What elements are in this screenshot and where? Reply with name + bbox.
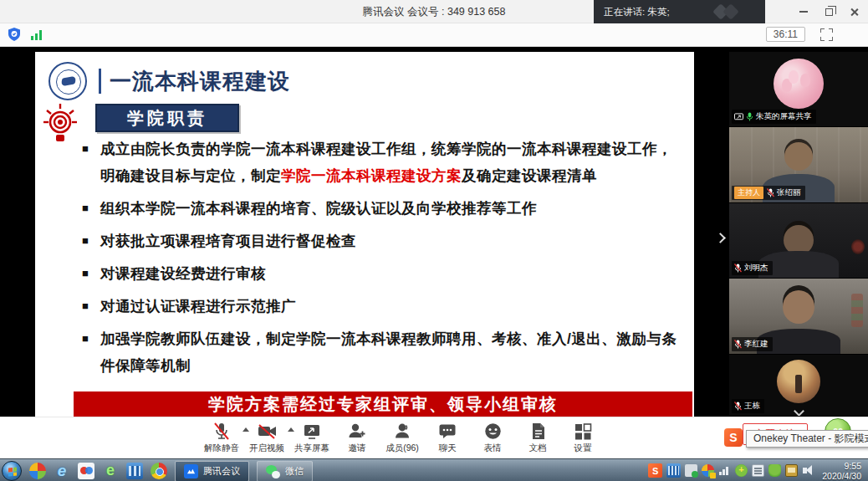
network-signal-icon[interactable] [30, 28, 43, 41]
fullscreen-icon[interactable] [820, 28, 833, 41]
start-video-button[interactable]: 开启视频 [244, 421, 289, 454]
reactions-button[interactable]: 表情 [470, 421, 515, 454]
tray-network-icon[interactable] [718, 464, 731, 477]
host-badge: 主持人 [734, 187, 763, 199]
mic-muted-icon [734, 264, 742, 273]
restore-button[interactable] [819, 3, 838, 20]
clock-date: 2020/4/30 [822, 471, 861, 481]
avatar [777, 360, 820, 403]
tray-pinwheel-icon[interactable] [702, 464, 714, 477]
now-speaking-text: 正在讲话: 朱英; [604, 6, 670, 18]
circles-app-icon[interactable] [78, 463, 94, 479]
invite-button[interactable]: 邀请 [334, 421, 380, 454]
section-badge: 学院职责 [95, 104, 239, 132]
slide-title: 一流本科课程建设 [110, 67, 290, 96]
sidebar-scroll-chevron-icon[interactable] [794, 407, 804, 414]
mic-muted-icon [212, 422, 232, 441]
video-tile-screenshare[interactable]: 朱英的屏幕共享 [729, 52, 868, 127]
tray-volume-icon[interactable] [802, 464, 814, 477]
minimize-button[interactable] [794, 3, 813, 20]
apps-grid-icon [574, 422, 592, 441]
taskbar-app-tencent-meeting[interactable]: 腾讯会议 [175, 461, 249, 481]
slide-bottom-banner: 学院方案需经过专家组评审、领导小组审核 [74, 391, 692, 417]
bullet-list: ■ 成立由院长负责的学院一流本科课程建设工作组，统筹学院的一流本科课程建设工作，… [82, 136, 681, 385]
participant-name-tag: 李红建 [732, 337, 773, 351]
security-shield-icon[interactable] [7, 27, 22, 42]
university-logo [49, 62, 87, 100]
close-button[interactable] [845, 3, 863, 20]
participant-video [783, 290, 814, 324]
video-tile[interactable]: 李红建 [729, 279, 868, 355]
mic-muted-icon [767, 188, 774, 197]
clock-time: 9:55 [822, 461, 861, 471]
share-screen-button[interactable]: 共享屏幕 [289, 421, 334, 454]
audio-wave-icon [713, 4, 742, 19]
tray-onekey-icon[interactable]: S [648, 463, 662, 478]
invite-person-icon [347, 422, 367, 441]
participant-name-tag: 刘明杰 [732, 261, 773, 275]
now-speaking-banner: 正在讲话: 朱英; [594, 0, 765, 23]
video-tile[interactable]: 刘明杰 [729, 203, 868, 279]
members-button[interactable]: 成员(96) [380, 421, 425, 454]
mic-muted-icon [734, 402, 742, 411]
screen-share-icon [734, 113, 743, 121]
settings-button[interactable]: 设置 [560, 421, 605, 454]
sidebar-collapse-chevron-icon[interactable] [715, 233, 725, 243]
tray-notes-icon[interactable] [752, 464, 764, 477]
video-tile[interactable]: 主持人 张绍丽 [729, 127, 868, 203]
bullet-item: ■ 对课程建设经费进行审核 [82, 260, 681, 287]
taskbar-clock[interactable]: 9:55 2020/4/30 [819, 461, 866, 481]
unmute-button[interactable]: 解除静音 [199, 421, 244, 454]
slide-header: 一流本科课程建设 [49, 62, 290, 100]
minimize-icon [799, 11, 808, 13]
video-sidebar: 朱英的屏幕共享 主持人 张绍丽 刘明杰 [729, 52, 868, 417]
tray-power-icon[interactable] [685, 464, 697, 477]
start-button[interactable] [2, 461, 22, 481]
participant-video [784, 142, 813, 171]
window-controls [794, 0, 863, 23]
chat-button[interactable]: 聊天 [425, 421, 470, 454]
bullet-item: ■ 加强学院教师队伍建设，制定学院一流本科课程教师聘用、考核、准入/退出、激励与… [82, 325, 681, 379]
chrome-icon[interactable] [151, 463, 167, 479]
participant-name-tag: 主持人 张绍丽 [732, 186, 805, 200]
participant-name-tag: 王栋 [732, 399, 764, 413]
camera-muted-icon [257, 422, 278, 441]
highlighted-text: 学院一流本科课程建设方案 [281, 167, 462, 184]
tray-shield-icon[interactable] [768, 464, 781, 477]
bullet-item: ■ 对获批立项课程培育项目进行督促检查 [82, 228, 681, 254]
onekey-theater-icon[interactable]: S [724, 428, 743, 447]
shared-screen-stage: 一流本科课程建设 学院职责 ■ 成立由院长负责的学院一流本科课程建设工作组，统筹… [0, 47, 868, 417]
internet-explorer-icon[interactable]: e [54, 463, 70, 479]
participant-name-tag: 朱英的屏幕共享 [732, 110, 816, 124]
mic-muted-icon [734, 340, 742, 349]
windows-flag-icon [8, 467, 17, 476]
video-player-icon[interactable] [126, 463, 143, 479]
meeting-statusbar: 36:11 [0, 23, 868, 47]
tray-antivirus-icon[interactable] [735, 464, 748, 477]
mic-on-icon [746, 112, 753, 121]
bullet-item: ■ 成立由院长负责的学院一流本科课程建设工作组，统筹学院的一流本科课程建设工作，… [82, 136, 681, 189]
presentation-slide: 一流本科课程建设 学院职责 ■ 成立由院长负责的学院一流本科课程建设工作组，统筹… [35, 52, 694, 417]
avatar [774, 59, 824, 109]
tencent-meeting-window: 腾讯会议 会议号 : 349 913 658 正在讲话: 朱英; 36:11 [0, 0, 868, 481]
title-separator [99, 69, 101, 94]
lightbulb-target-icon [42, 102, 79, 144]
bullet-item: ■ 组织本学院一流本科课程的培育、院级认证以及向学校推荐等工作 [82, 195, 681, 222]
restore-icon [825, 8, 833, 16]
chat-icon [437, 422, 457, 441]
taskbar-app-wechat[interactable]: 微信 [257, 461, 313, 481]
windows-taskbar: e e 腾讯会议 微信 S 9:5 [0, 458, 868, 481]
tray-video-player-icon[interactable] [666, 463, 681, 478]
tray-display-icon[interactable] [785, 464, 798, 477]
close-icon [850, 8, 859, 17]
wechat-icon [266, 464, 280, 478]
video-tile[interactable]: 王栋 [729, 355, 868, 417]
screen-share-icon [302, 422, 322, 441]
document-icon [529, 422, 547, 441]
members-icon [392, 422, 412, 441]
meeting-timer: 36:11 [766, 27, 805, 42]
pinwheel-app-icon[interactable] [29, 463, 46, 479]
docs-button[interactable]: 文档 [515, 421, 560, 454]
onekey-theater-tooltip: Onekey Theater - 影院模式 [746, 430, 868, 448]
green-browser-icon[interactable]: e [102, 463, 119, 479]
